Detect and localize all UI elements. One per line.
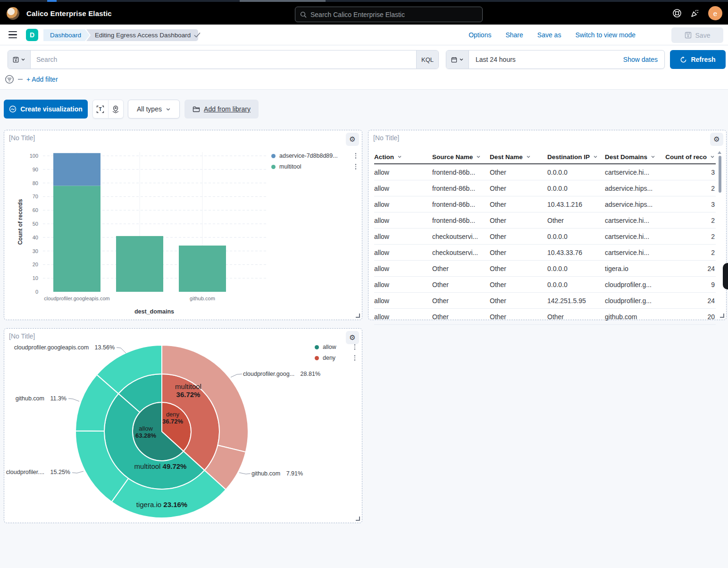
column-header-source-name[interactable]: Source Name <box>432 153 490 161</box>
table-cell: allow <box>374 169 432 176</box>
panel-settings-gear-icon[interactable]: ⚙ <box>346 331 359 344</box>
legend-label[interactable]: deny <box>323 355 335 361</box>
collapsed-flyout-handle[interactable] <box>723 263 728 289</box>
show-dates-link[interactable]: Show dates <box>623 56 664 63</box>
table-cell: Other <box>490 297 547 305</box>
folder-icon <box>192 106 200 112</box>
table-cell: allow <box>374 201 432 208</box>
refresh-button[interactable]: Refresh <box>670 50 726 69</box>
add-from-library-button[interactable]: Add from library <box>184 100 259 119</box>
save-button[interactable]: Save <box>671 27 723 43</box>
add-text-icon[interactable]: T <box>93 100 108 118</box>
table-cell: 142.251.5.95 <box>547 297 605 305</box>
date-picker[interactable]: Last 24 hours Show dates <box>446 50 665 69</box>
pie-legend-item[interactable]: deny <box>315 354 356 362</box>
table-scroll-up-icon[interactable] <box>718 151 721 154</box>
newsfeed-icon[interactable] <box>690 8 700 18</box>
column-header-dest-domains[interactable]: Dest Domains <box>605 153 662 161</box>
legend-options-icon[interactable] <box>353 355 357 361</box>
table-cell: allow <box>374 249 432 256</box>
panel-data-table: [No Title] ⚙ ActionSource NameDest NameD… <box>368 130 727 320</box>
pie-legend-item[interactable]: allow <box>315 343 356 351</box>
add-map-icon[interactable] <box>108 100 123 118</box>
create-visualization-button[interactable]: Create visualization <box>4 100 88 119</box>
column-header-destination-ip[interactable]: Destination IP <box>547 153 605 161</box>
sort-chevron-icon <box>710 154 715 159</box>
saved-query-menu-button[interactable] <box>8 51 31 68</box>
time-range-value[interactable]: Last 24 hours <box>469 56 623 63</box>
bar-segment-adservice-7d8b8d89...[interactable] <box>53 153 100 186</box>
panel-settings-gear-icon[interactable]: ⚙ <box>710 133 723 146</box>
table-cell: 3 <box>662 169 716 176</box>
legend-label[interactable]: adservice-7d8b8d89... <box>279 153 338 159</box>
column-header-label: Dest Name <box>490 153 523 161</box>
app-header: Calico Enterprise Elastic Search Calico … <box>0 2 728 25</box>
share-link[interactable]: Share <box>505 31 523 39</box>
table-cell: allow <box>374 185 432 192</box>
user-avatar[interactable]: e <box>708 6 722 20</box>
app-title: Calico Enterprise Elastic <box>26 9 112 17</box>
table-cell: Other <box>547 217 605 224</box>
column-header-action[interactable]: Action <box>374 153 432 161</box>
table-scrollbar[interactable] <box>719 156 721 193</box>
table-cell: Other <box>490 313 547 321</box>
filter-menu-icon[interactable] <box>5 75 14 84</box>
table-cell: cartservice.hi... <box>605 169 662 176</box>
bar-legend-item[interactable]: multitool <box>271 163 357 170</box>
svg-text:T: T <box>99 107 102 112</box>
save-as-link[interactable]: Save as <box>537 31 561 39</box>
table-cell: allow <box>374 313 432 321</box>
bar-segment-multitool[interactable] <box>53 186 100 292</box>
sort-chevron-icon <box>526 154 531 159</box>
kql-language-button[interactable]: KQL <box>416 51 438 68</box>
add-filter-link[interactable]: + Add filter <box>26 76 58 83</box>
all-types-select[interactable]: All types <box>128 100 180 119</box>
sunburst-legend: allowdeny <box>315 343 356 362</box>
callout-label: cloudprofiler.goog... 28.81% <box>243 371 320 377</box>
sort-chevron-icon <box>397 154 402 159</box>
table-cell: frontend-86b... <box>432 217 490 224</box>
table-cell: 0.0.0.0 <box>547 265 605 272</box>
svg-text:40: 40 <box>33 235 38 240</box>
column-header-dest-name[interactable]: Dest Name <box>490 153 547 161</box>
legend-options-icon[interactable] <box>353 344 357 350</box>
create-visualization-label: Create visualization <box>20 105 83 113</box>
legend-dot-icon <box>271 165 276 169</box>
chevron-down-icon <box>166 107 171 112</box>
legend-label[interactable]: multitool <box>279 163 301 170</box>
menu-icon[interactable] <box>8 31 17 38</box>
save-icon <box>685 32 692 39</box>
panel-resize-handle[interactable] <box>720 314 724 318</box>
callout-label: github.com 11.3% <box>16 395 67 402</box>
table-cell: 10.43.33.76 <box>547 249 605 256</box>
legend-options-icon[interactable] <box>354 153 358 159</box>
kql-search-input[interactable]: Search KQL <box>8 50 439 69</box>
legend-options-icon[interactable] <box>354 163 358 170</box>
dashboard-app-badge[interactable]: D <box>26 29 38 41</box>
breadcrumb-dashboard[interactable]: Dashboard <box>43 29 90 41</box>
global-search-input[interactable]: Search Calico Enterprise Elastic <box>295 7 483 22</box>
bar-segment-multitool[interactable] <box>179 246 226 292</box>
table-row: allowcheckoutservi...Other0.0.0.0cartser… <box>374 229 716 245</box>
table-cell: Other <box>490 185 547 192</box>
table-cell: 0.0.0.0 <box>547 185 605 192</box>
bar-legend-item[interactable]: adservice-7d8b8d89... <box>271 152 357 160</box>
panel-resize-handle[interactable] <box>356 517 360 521</box>
legend-label[interactable]: allow <box>323 344 336 350</box>
refresh-button-label: Refresh <box>691 56 715 63</box>
column-header-count-of-reco[interactable]: Count of reco <box>662 153 716 161</box>
svg-text:70: 70 <box>33 194 38 199</box>
sunburst-svg: deny36.72%allow63.28%multitool36.72%mult… <box>4 329 362 523</box>
panel-settings-gear-icon[interactable]: ⚙ <box>346 133 359 146</box>
svg-text:Count of records: Count of records <box>17 199 24 245</box>
bar-segment-multitool[interactable] <box>116 236 163 292</box>
switch-view-mode-link[interactable]: Switch to view mode <box>575 31 636 39</box>
table-cell: 3 <box>662 201 716 208</box>
help-icon[interactable] <box>672 8 682 18</box>
table-cell: Other <box>490 217 547 224</box>
panel-resize-handle[interactable] <box>356 314 360 318</box>
slice-label: allow <box>139 425 153 432</box>
search-placeholder: Search <box>31 56 416 63</box>
calendar-menu-button[interactable] <box>446 51 469 68</box>
options-link[interactable]: Options <box>469 31 491 39</box>
